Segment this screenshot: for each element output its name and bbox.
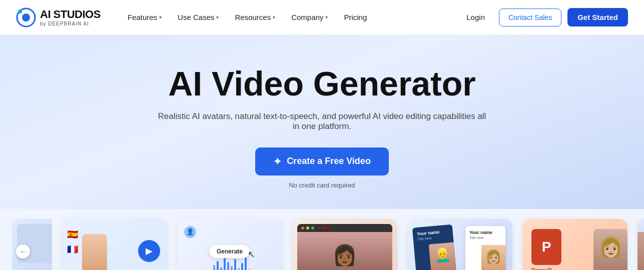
card-ppt-upload[interactable]: P PowerP... 👩🏼 PPT Upload Upload your pr… xyxy=(522,219,627,270)
card-photo-avatar[interactable]: Your name Title here 👱‍♂️ Your name Titl… xyxy=(407,219,512,270)
cursor-icon: ↖ xyxy=(248,249,255,260)
nav-use-cases[interactable]: Use Cases ▾ xyxy=(171,9,226,26)
svg-point-1 xyxy=(22,14,30,22)
logo-icon xyxy=(16,8,36,28)
login-button[interactable]: Login xyxy=(458,9,493,26)
nav-right: Login Contact Sales Get Started xyxy=(458,8,628,26)
cards-row: ← ...nerator Effortlessly c... 🇪🇸 🇫🇷 ▶ xyxy=(0,209,644,270)
nav-company[interactable]: Company ▾ xyxy=(284,9,335,26)
navigation: AI STUDIOS by DEEPBRAIN AI Features ▾ Us… xyxy=(0,0,644,35)
card-custom-avatar[interactable]: ● REC 👩🏾 Custom Avatar Create your custo… xyxy=(292,219,397,270)
contact-sales-button[interactable]: Contact Sales xyxy=(499,8,561,26)
flag-icon-2: 🇫🇷 xyxy=(67,244,78,255)
get-started-button[interactable]: Get Started xyxy=(567,8,628,26)
partial-right-card: Vi... xyxy=(637,219,644,270)
nav-pricing[interactable]: Pricing xyxy=(337,9,374,26)
cards-section: ← ...nerator Effortlessly c... 🇪🇸 🇫🇷 ▶ xyxy=(0,209,644,270)
cta-label: Create a Free Video xyxy=(287,156,371,166)
logo-sub: by DEEPBRAIN AI xyxy=(40,21,101,26)
nav-resources[interactable]: Resources ▾ xyxy=(228,9,282,26)
chevron-down-icon: ▾ xyxy=(159,14,162,20)
hero-subtitle: Realistic AI avatars, natural text-to-sp… xyxy=(157,112,487,132)
no-credit-card-text: No credit card required xyxy=(289,182,355,189)
card-text-to-speech[interactable]: 🇪🇸 🇫🇷 ▶ Text to Speech Convert any text … xyxy=(62,219,167,270)
logo-name: AI STUDIOS xyxy=(40,8,101,21)
generate-button-thumb: Generate xyxy=(210,245,250,258)
chevron-down-icon: ▾ xyxy=(216,14,219,20)
card-voice-cloning[interactable]: 👤 Generate ↖ Voice Cloning Generate your… xyxy=(177,219,282,270)
hero-section: AI Video Generator Realistic AI avatars,… xyxy=(0,35,644,209)
chevron-down-icon: ▾ xyxy=(273,14,275,20)
hero-title: AI Video Generator xyxy=(168,65,476,102)
chevron-down-icon: ▾ xyxy=(325,14,328,20)
prev-arrow[interactable]: ← xyxy=(16,244,30,258)
play-icon[interactable]: ▶ xyxy=(138,240,160,262)
partial-left-card: ← ...nerator Effortlessly c... xyxy=(12,219,52,270)
avatar-icon: 👤 xyxy=(184,226,196,238)
sparkle-icon: ✦ xyxy=(273,156,282,168)
logo[interactable]: AI STUDIOS by DEEPBRAIN AI xyxy=(16,8,101,28)
svg-point-2 xyxy=(18,10,22,14)
nav-links: Features ▾ Use Cases ▾ Resources ▾ Compa… xyxy=(121,9,458,26)
nav-features[interactable]: Features ▾ xyxy=(121,9,169,26)
powerpoint-icon: P xyxy=(531,229,561,265)
cta-button[interactable]: ✦ Create a Free Video xyxy=(255,148,389,176)
flag-icon-1: 🇪🇸 xyxy=(67,229,78,240)
